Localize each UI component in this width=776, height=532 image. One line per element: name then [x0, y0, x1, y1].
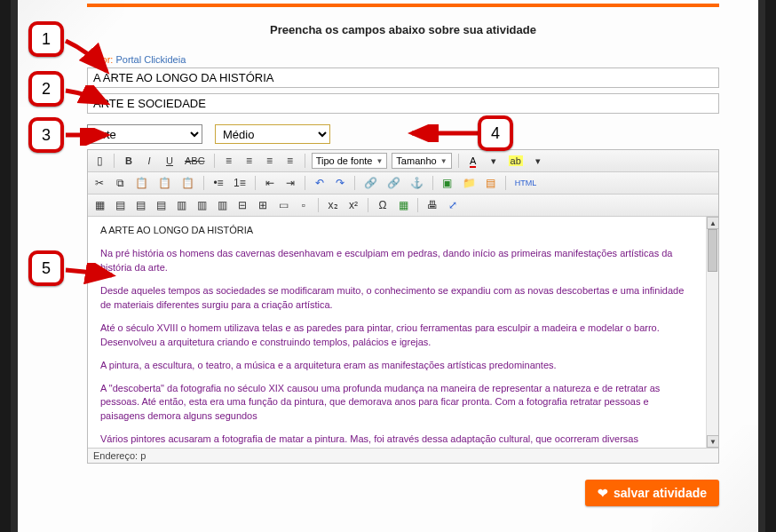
text-color-arrow[interactable]: ▾: [486, 153, 502, 169]
scroll-down-button[interactable]: ▼: [707, 435, 718, 448]
level-select[interactable]: Médio: [215, 124, 330, 144]
unlink-button[interactable]: 🔗: [384, 175, 403, 191]
content-heading: A ARTE AO LONGO DA HISTÓRIA: [100, 224, 695, 238]
content-paragraph: Até o século XVIII o homem utilizava tel…: [100, 322, 695, 350]
subject-select[interactable]: Arte: [87, 124, 202, 144]
save-label: salvar atividade: [614, 486, 707, 500]
merge-cell-button[interactable]: ⊞: [255, 197, 271, 213]
divider: [87, 4, 719, 7]
outdent-button[interactable]: ⇤: [262, 175, 278, 191]
row-props-button[interactable]: ▭: [275, 197, 291, 213]
split-cell-button[interactable]: ⊟: [234, 197, 250, 213]
editor-toolbar-row-3: ▦ ▤ ▤ ▤ ▥ ▥ ▥ ⊟ ⊞ ▭ ▫ x₂ x² Ω ▦ 🖶 ⤢: [88, 195, 718, 217]
row-before-button[interactable]: ▤: [112, 197, 128, 213]
path-value: p: [140, 450, 146, 461]
fullscreen-button[interactable]: ⤢: [445, 197, 461, 213]
path-label: Endereço:: [93, 450, 138, 461]
font-family-select[interactable]: Tipo de fonte▼: [312, 153, 388, 169]
print-button[interactable]: 🖶: [424, 197, 440, 213]
copy-button[interactable]: ⧉: [112, 175, 128, 191]
bold-button[interactable]: B: [121, 153, 137, 169]
selects-row: Arte Médio: [87, 124, 719, 144]
separator: [368, 198, 368, 212]
row-after-button[interactable]: ▤: [132, 197, 148, 213]
separator: [432, 176, 433, 190]
font-size-select[interactable]: Tamanho▼: [392, 153, 451, 169]
col-before-button[interactable]: ▥: [173, 197, 189, 213]
align-center-button[interactable]: ≡: [242, 153, 257, 169]
source-button[interactable]: ▯: [91, 153, 107, 169]
align-justify-button[interactable]: ≡: [282, 153, 298, 169]
annotation-3: 3: [28, 117, 64, 153]
align-right-button[interactable]: ≡: [262, 153, 278, 169]
calculator-button[interactable]: ▦: [395, 197, 411, 213]
redo-button[interactable]: ↷: [332, 175, 348, 191]
indent-button[interactable]: ⇥: [282, 175, 298, 191]
paste-button[interactable]: 📋: [132, 175, 151, 191]
editor-toolbar-row-2: ✂ ⧉ 📋 📋 📋 •≡ 1≡ ⇤ ⇥ ↶ ↷ 🔗 🔗 ⚓ ▣: [88, 172, 718, 195]
folder-button[interactable]: 📁: [460, 175, 479, 191]
instruction-text: Preencha os campos abaixo sobre sua ativ…: [87, 23, 719, 36]
anchor-button[interactable]: ⚓: [408, 175, 426, 191]
strike-button[interactable]: ABC: [182, 153, 208, 169]
editor-content[interactable]: A ARTE AO LONGO DA HISTÓRIA Na pré histó…: [88, 217, 718, 448]
scroll-up-button[interactable]: ▲: [707, 217, 718, 229]
separator: [203, 176, 204, 190]
separator: [255, 176, 256, 190]
align-left-button[interactable]: ≡: [221, 153, 237, 169]
content-paragraph: A "descoberta" da fotografia no século X…: [100, 382, 695, 425]
link-button[interactable]: 🔗: [361, 175, 380, 191]
table-button[interactable]: ▦: [91, 197, 107, 213]
scroll-thumb[interactable]: [708, 229, 717, 272]
col-after-button[interactable]: ▥: [194, 197, 210, 213]
annotation-2: 2: [28, 71, 64, 107]
author-label: Autor:: [87, 54, 113, 65]
heart-icon: ❤: [598, 486, 608, 500]
rich-text-editor: ▯ B I U ABC ≡ ≡ ≡ ≡ Tipo de fonte▼ Taman…: [87, 149, 719, 464]
cell-props-button[interactable]: ▫: [296, 197, 312, 213]
undo-button[interactable]: ↶: [312, 175, 328, 191]
special-char-button[interactable]: Ω: [375, 197, 391, 213]
editor-toolbar-row-1: ▯ B I U ABC ≡ ≡ ≡ ≡ Tipo de fonte▼ Taman…: [88, 150, 718, 172]
editor-path-bar: Endereço: p: [88, 448, 718, 463]
separator: [458, 154, 459, 168]
highlight-button[interactable]: ab: [506, 153, 526, 169]
number-list-button[interactable]: 1≡: [231, 175, 249, 191]
text-color-button[interactable]: A: [465, 153, 481, 169]
editor-scrollbar[interactable]: ▲ ▼: [706, 217, 718, 448]
title-input[interactable]: [87, 67, 719, 88]
paste-word-button[interactable]: 📋: [178, 175, 197, 191]
separator: [354, 176, 355, 190]
save-activity-button[interactable]: ❤ salvar atividade: [585, 480, 719, 506]
editor-text[interactable]: A ARTE AO LONGO DA HISTÓRIA Na pré histó…: [88, 217, 706, 448]
html-button[interactable]: HTML: [512, 175, 540, 191]
paste-text-button[interactable]: 📋: [155, 175, 174, 191]
annotation-1: 1: [28, 21, 64, 57]
subscript-button[interactable]: x₂: [325, 197, 341, 213]
content-paragraph: Vários pintores acusaram a fotografia de…: [100, 433, 695, 448]
annotation-5: 5: [28, 250, 64, 286]
content-paragraph: Desde aqueles tempos as sociedades se mo…: [100, 284, 695, 313]
image-button[interactable]: ▣: [439, 175, 455, 191]
form-page: Preencha os campos abaixo sobre sua ativ…: [87, 0, 719, 532]
delete-col-button[interactable]: ▥: [214, 197, 230, 213]
separator: [305, 154, 305, 168]
scroll-track[interactable]: [707, 229, 718, 435]
highlight-arrow[interactable]: ▾: [530, 153, 546, 169]
save-row: ❤ salvar atividade: [87, 480, 719, 506]
delete-row-button[interactable]: ▤: [153, 197, 169, 213]
cut-button[interactable]: ✂: [91, 175, 107, 191]
separator: [214, 154, 215, 168]
author-line: Autor: Portal Clickideia: [87, 54, 719, 65]
separator: [417, 198, 418, 212]
bullet-list-button[interactable]: •≡: [210, 175, 226, 191]
content-paragraph: A pintura, a escultura, o teatro, a músi…: [100, 359, 695, 373]
app-frame: Preencha os campos abaixo sobre sua ativ…: [11, 0, 765, 532]
annotation-4: 4: [478, 115, 513, 151]
media-button[interactable]: ▤: [483, 175, 499, 191]
separator: [318, 198, 319, 212]
superscript-button[interactable]: x²: [345, 197, 361, 213]
underline-button[interactable]: U: [162, 153, 178, 169]
italic-button[interactable]: I: [141, 153, 157, 169]
subtitle-input[interactable]: [87, 93, 719, 114]
